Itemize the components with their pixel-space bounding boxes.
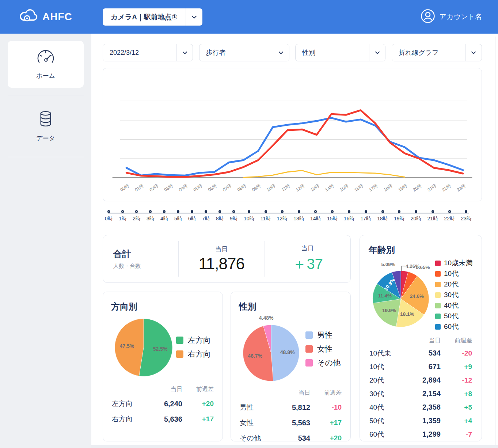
- timeline-hour-label: 0時: [105, 216, 113, 222]
- timeline-hour[interactable]: 18時: [377, 210, 388, 222]
- timeline-dot[interactable]: [135, 210, 138, 213]
- timeline-dot[interactable]: [248, 210, 250, 213]
- timeline-hour-label: 8時: [216, 216, 224, 222]
- table-row: 10代671+9: [369, 360, 473, 373]
- row-diff: -7: [446, 430, 472, 438]
- timeline-dot[interactable]: [348, 210, 350, 213]
- chevron-down-icon[interactable]: [176, 44, 193, 61]
- timeline-dot[interactable]: [107, 210, 110, 213]
- timeline-dot[interactable]: [218, 210, 221, 213]
- timeline-hour[interactable]: 20時: [411, 210, 422, 222]
- date-dropdown[interactable]: 2022/3/12: [103, 44, 193, 61]
- col-day-header: 当日: [401, 337, 446, 345]
- timeline-hour[interactable]: 9時: [230, 210, 238, 222]
- timeline-dot[interactable]: [314, 210, 317, 213]
- svg-text:52.5%: 52.5%: [153, 346, 168, 352]
- timeline-hour[interactable]: 13時: [293, 210, 304, 222]
- timeline-hour[interactable]: 22時: [444, 210, 455, 222]
- timeline-dot[interactable]: [191, 210, 193, 213]
- row-diff: -20: [446, 349, 472, 357]
- summary-subtitle: 人数・台数: [113, 263, 178, 270]
- timeline-hour[interactable]: 23時: [461, 210, 472, 222]
- age-pie-chart: 4.26%5.65%24.6%18.1%19.9%11.4%10.9%5.09%: [369, 258, 435, 332]
- timeline-hour[interactable]: 10時: [244, 210, 255, 222]
- timeline-hour[interactable]: 12時: [277, 210, 288, 222]
- timeline-hour[interactable]: 8時: [216, 210, 224, 222]
- svg-text:10時: 10時: [266, 183, 276, 193]
- timeline-hour[interactable]: 5時: [174, 210, 182, 222]
- age-legend: 10歳未満10代20代30代40代50代60代: [435, 258, 472, 331]
- col-day-header: 当日: [150, 386, 187, 393]
- timeline-dot[interactable]: [177, 210, 179, 213]
- timeline-hour[interactable]: 15時: [327, 210, 338, 222]
- timeline-hour[interactable]: 3時: [147, 210, 155, 222]
- chevron-down-icon[interactable]: [186, 8, 202, 26]
- timeline-dot[interactable]: [281, 210, 284, 213]
- table-row: 40代2,358+5: [369, 400, 473, 414]
- timeline-hour[interactable]: 0時: [105, 210, 113, 222]
- legend-label: 10歳未満: [444, 258, 472, 268]
- chevron-down-icon[interactable]: [369, 44, 385, 61]
- row-label: 男性: [240, 403, 278, 412]
- row-diff: -12: [446, 376, 472, 384]
- chart-type-dropdown[interactable]: 折れ線グラフ: [392, 44, 482, 61]
- timeline-dot[interactable]: [381, 210, 384, 213]
- legend-item: 右方向: [176, 349, 211, 359]
- timeline-dot[interactable]: [465, 210, 467, 213]
- sidebar-item-data[interactable]: データ: [8, 103, 84, 149]
- timeline-hour[interactable]: 17時: [360, 210, 371, 222]
- chevron-down-icon[interactable]: [273, 44, 289, 61]
- row-value: 5,636: [150, 415, 187, 424]
- svg-text:08時: 08時: [236, 183, 247, 193]
- direction-card: 方向別 52.5%47.5% 左方向右方向 当日前週差左方向6,240+20右方…: [103, 292, 223, 441]
- timeline-hour[interactable]: 11時: [261, 210, 271, 222]
- timeline-hour[interactable]: 14時: [310, 210, 321, 222]
- timeline-dot[interactable]: [205, 210, 207, 213]
- timeline-dot[interactable]: [365, 210, 367, 213]
- timeline-hour[interactable]: 4時: [160, 210, 168, 222]
- gender-table: 当日前週差男性5,812-10女性5,563+17その他534+20: [239, 386, 342, 446]
- timeline-dot[interactable]: [121, 210, 124, 213]
- svg-text:11.4%: 11.4%: [378, 293, 392, 299]
- timeline-dot[interactable]: [232, 210, 235, 213]
- timeline-hour[interactable]: 6時: [188, 210, 196, 222]
- timeline-dot[interactable]: [265, 210, 267, 213]
- row-value: 5,812: [278, 403, 315, 412]
- metric-dropdown[interactable]: 性別: [295, 44, 385, 61]
- timeline-hour-label: 23時: [461, 216, 472, 222]
- target-dropdown[interactable]: 歩行者: [199, 44, 289, 61]
- timeline-hour[interactable]: 2時: [133, 210, 141, 222]
- chevron-down-icon[interactable]: [465, 44, 482, 61]
- timeline-dot[interactable]: [331, 210, 334, 213]
- legend-label: 10代: [444, 269, 459, 278]
- table-row: その他534+20: [239, 430, 342, 446]
- timeline-dot[interactable]: [432, 210, 434, 213]
- bottom-strip: [91, 445, 498, 448]
- timeline-hour[interactable]: 19時: [394, 210, 405, 222]
- timeline-dot[interactable]: [163, 210, 166, 213]
- camera-selector-value: カメラA｜駅前地点①: [103, 12, 186, 22]
- timeline-dot[interactable]: [149, 210, 152, 213]
- svg-text:23時: 23時: [456, 183, 467, 193]
- legend-item: 10歳未満: [435, 258, 472, 268]
- timeline-hour-label: 10時: [244, 216, 255, 222]
- camera-selector[interactable]: カメラA｜駅前地点①: [103, 8, 202, 26]
- svg-text:07時: 07時: [222, 183, 232, 193]
- svg-text:24.6%: 24.6%: [410, 293, 424, 299]
- svg-text:09時: 09時: [251, 183, 262, 193]
- timeline-dot[interactable]: [415, 210, 417, 213]
- timeline-slider[interactable]: 0時1時2時3時4時5時6時7時8時9時10時11時12時13時14時15時16…: [105, 210, 472, 228]
- timeline-hour[interactable]: 21時: [427, 210, 438, 222]
- account-menu[interactable]: アカウント名: [421, 0, 482, 34]
- timeline-dot[interactable]: [298, 210, 300, 213]
- timeline-dot[interactable]: [398, 210, 400, 213]
- timeline-hour[interactable]: 16時: [344, 210, 355, 222]
- row-label: 50代: [369, 416, 401, 426]
- svg-text:4.48%: 4.48%: [259, 315, 274, 321]
- row-label: 左方向: [112, 399, 150, 409]
- timeline-hour[interactable]: 7時: [202, 210, 210, 222]
- timeline-dot[interactable]: [448, 210, 451, 213]
- timeline-hour[interactable]: 1時: [119, 210, 127, 222]
- svg-text:5.65%: 5.65%: [416, 265, 430, 270]
- sidebar-item-home[interactable]: ホーム: [8, 41, 84, 88]
